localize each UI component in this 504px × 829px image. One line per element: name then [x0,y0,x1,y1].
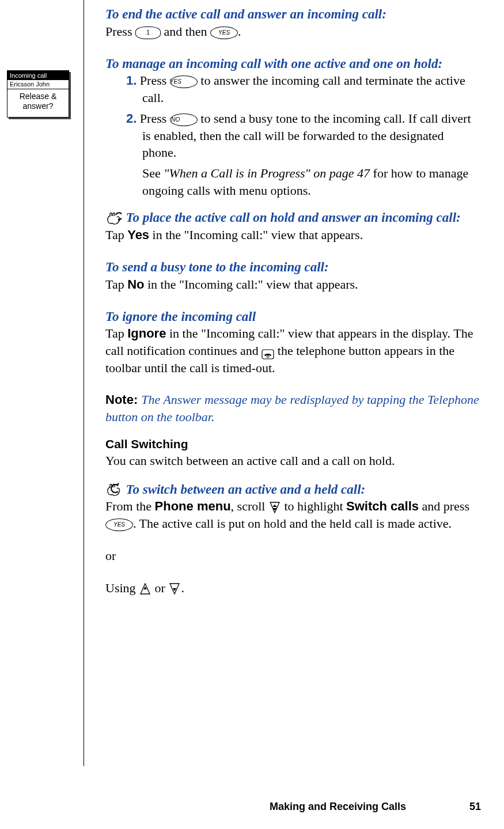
mini-screen-prompt: Release & answer? [7,89,69,113]
or-text: or [105,547,481,565]
footer-title: Making and Receiving Calls [270,801,406,813]
section-end-active-answer: To end the active call and answer an inc… [105,6,481,40]
mini-screen-header: Incoming call [7,71,69,80]
step-1: 1. Press YES to answer the incoming call… [126,72,481,106]
prompt-line1: Release & [20,92,57,101]
tap-hand-icon [105,483,122,498]
arrow-down-icon [268,501,281,514]
section-manage-incoming: To manage an incoming call with one acti… [105,55,481,199]
section-ignore: To ignore the incoming call Tap Ignore i… [105,308,481,377]
heading-end-active: To end the active call and answer an inc… [105,6,481,23]
section-switch-calls: To switch between an active and a held c… [105,481,481,532]
vertical-rule [84,0,84,766]
switch-calls-label: Switch calls [346,499,419,513]
section-busy-tone: To send a busy tone to the incoming call… [105,259,481,293]
heading-manage-incoming: To manage an incoming call with one acti… [105,55,481,73]
see-reference: See "When a Call is in Progress" on page… [126,165,481,199]
body-hold-answer: Tap Yes in the "Incoming call:" view tha… [105,226,481,244]
heading-switch-calls: To switch between an active and a held c… [126,482,366,497]
svg-point-1 [267,355,269,358]
key-yes-icon: YES [105,518,133,531]
key-no-icon: NO [170,113,198,126]
heading-call-switching: Call Switching [105,437,481,451]
section-hold-answer: To place the active call on hold and ans… [105,209,481,244]
mini-screen-name: Ericsson John [7,80,69,89]
step-1-num: 1. [126,73,137,88]
note-text: The Answer message may be redisplayed by… [105,392,479,424]
body-ignore: Tap Ignore in the "Incoming call:" view … [105,325,481,376]
mini-screen: Incoming call Ericsson John Release & an… [7,70,69,118]
step-2-num: 2. [126,111,137,126]
telephone-icon [262,347,274,357]
page-footer: Making and Receiving Calls 51 [0,801,504,813]
note-label: Note: [105,392,141,407]
note-block: Note: The Answer message may be redispla… [105,391,481,425]
key-yes-icon: YES [170,75,198,88]
arrow-up-icon [139,582,151,595]
heading-hold-answer: To place the active call on hold and ans… [126,210,461,225]
key-1-icon: 1 [135,27,161,39]
heading-busy-tone: To send a busy tone to the incoming call… [105,259,481,276]
reference-text: "When a Call is in Progress" on page 47 [164,166,370,180]
body-call-switching: You can switch between an active call an… [105,452,481,470]
step-2: 2. Press NO to send a busy tone to the i… [126,110,481,161]
no-label: No [127,277,144,292]
key-yes-icon: YES [210,27,238,39]
body-busy-tone: Tap No in the "Incoming call:" view that… [105,276,481,293]
tap-hand-icon [105,211,122,226]
body-using-arrows: Using or . [105,580,481,597]
body-end-active: Press 1 and then YES. [105,23,481,40]
yes-label: Yes [127,228,149,242]
ignore-label: Ignore [127,326,166,340]
section-call-switching: Call Switching You can switch between an… [105,437,481,470]
arrow-down-icon [168,582,181,595]
prompt-line2: answer? [23,101,54,111]
heading-ignore: To ignore the incoming call [105,308,481,325]
phone-menu-label: Phone menu [155,499,231,513]
body-switch-calls: From the Phone menu, scroll to highlight… [105,498,481,532]
footer-page-number: 51 [469,801,481,813]
